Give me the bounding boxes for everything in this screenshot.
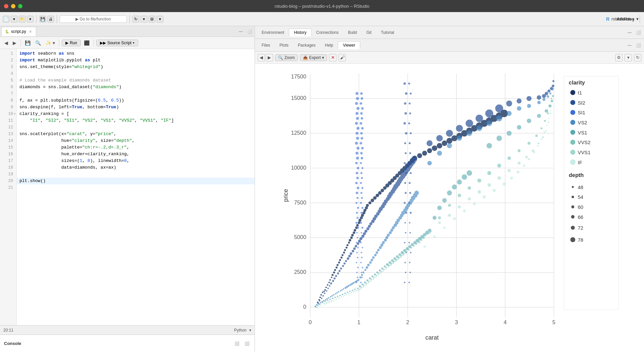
ln-2: 2 — [0, 57, 16, 64]
maximize-button[interactable] — [18, 4, 22, 8]
tab-history[interactable]: History — [289, 28, 311, 37]
goto-file-function[interactable]: ▶ Go to file/function — [60, 15, 127, 23]
run-button[interactable]: ▶ Run — [62, 40, 81, 46]
svg-point-171 — [466, 120, 473, 127]
svg-point-541 — [395, 260, 397, 262]
svg-point-212 — [357, 147, 360, 150]
svg-point-471 — [368, 281, 370, 282]
tab-close-button[interactable]: ✕ — [28, 30, 33, 34]
svg-point-558 — [537, 142, 539, 144]
export-button[interactable]: 📤 Export ▾ — [300, 54, 327, 61]
collapse-top-pane-button[interactable]: — — [626, 29, 633, 36]
source-icon: ▶▶ — [100, 41, 106, 45]
svg-point-522 — [348, 294, 349, 295]
zoom-button[interactable]: 🔍 Zoom — [275, 54, 298, 61]
expand-bottom-pane-button[interactable]: ⬜ — [635, 42, 642, 49]
script-tab[interactable]: 🐍 script.py ✕ — [1, 27, 36, 36]
svg-point-441 — [507, 131, 512, 136]
source-script-button[interactable]: ▶▶ Source Script ▾ — [96, 40, 138, 46]
svg-point-291 — [410, 212, 412, 214]
svg-point-46 — [336, 264, 338, 266]
svg-point-393 — [337, 296, 338, 297]
svg-point-442 — [517, 125, 521, 129]
svg-point-120 — [337, 273, 339, 275]
svg-point-475 — [378, 273, 379, 274]
svg-point-342 — [376, 251, 378, 254]
collapse-bottom-pane-button[interactable]: — — [626, 42, 633, 49]
magic-wand-button[interactable]: ✨ ▾ — [44, 40, 57, 46]
svg-point-601 — [570, 140, 575, 145]
new-file-dropdown[interactable]: ▾ — [11, 16, 17, 22]
collapse-console-button[interactable]: ⬜ — [233, 340, 240, 347]
forward-button[interactable]: ▶ — [11, 40, 18, 46]
svg-point-411 — [381, 268, 383, 270]
refresh-dropdown[interactable]: ▾ — [141, 16, 147, 22]
svg-point-432 — [437, 206, 442, 210]
svg-point-198 — [357, 217, 359, 219]
tab-tutorial[interactable]: Tutorial — [376, 29, 399, 36]
viewer-config-button[interactable]: ⚙ — [615, 54, 623, 61]
tab-help[interactable]: Help — [320, 42, 338, 49]
viewer-forward-button[interactable]: ▶ — [266, 54, 273, 61]
svg-point-313 — [328, 297, 329, 298]
svg-point-205 — [355, 182, 358, 184]
collapse-editor-button[interactable]: — — [237, 28, 245, 35]
expand-editor-button[interactable]: ⬜ — [246, 28, 253, 35]
svg-point-203 — [356, 192, 358, 194]
tab-connections[interactable]: Connections — [312, 29, 343, 36]
print-button[interactable]: 🖨 — [47, 16, 54, 22]
open-file-button[interactable]: 📁 — [19, 16, 25, 22]
svg-point-175 — [506, 101, 512, 107]
svg-point-123 — [342, 265, 344, 267]
svg-point-304 — [408, 82, 410, 84]
refresh-button[interactable]: ↻ — [132, 16, 139, 22]
svg-text:depth: depth — [569, 172, 584, 178]
close-button[interactable] — [4, 4, 8, 8]
svg-point-34 — [322, 292, 323, 293]
code-editor[interactable]: 1 2 3 4 5 6 7 8 9 10▾ 11 12 13 14 15 16 … — [0, 49, 255, 325]
svg-point-499 — [487, 171, 491, 175]
tab-build[interactable]: Build — [343, 29, 362, 36]
expand-console-button[interactable]: ⬜ — [243, 340, 251, 347]
run-extra-button[interactable]: ⬛ — [82, 40, 91, 46]
find-button[interactable]: 🔍 — [34, 40, 43, 46]
svg-point-55 — [348, 242, 350, 244]
save-button[interactable]: 💾 — [39, 16, 46, 22]
viewer-dropdown-button[interactable]: ▾ — [625, 54, 632, 61]
tab-environment[interactable]: Environment — [257, 29, 289, 36]
svg-text:5000: 5000 — [294, 234, 306, 240]
tab-plots[interactable]: Plots — [275, 42, 293, 49]
goto-arrow-icon: ▶ — [75, 17, 78, 21]
back-button[interactable]: ◀ — [3, 40, 10, 46]
open-file-dropdown[interactable]: ▾ — [27, 16, 34, 22]
save-script-button[interactable]: 💾 — [23, 40, 32, 46]
svg-point-564 — [317, 307, 318, 308]
viewer-back-button[interactable]: ◀ — [258, 54, 265, 61]
minimize-button[interactable] — [11, 4, 15, 8]
svg-point-443 — [527, 119, 531, 123]
svg-point-440 — [496, 135, 502, 141]
svg-point-128 — [350, 252, 352, 255]
svg-text:4: 4 — [504, 319, 507, 325]
viewer-refresh-button[interactable]: ↻ — [634, 54, 641, 61]
svg-point-229 — [361, 257, 363, 258]
tab-viewer[interactable]: Viewer — [338, 41, 360, 49]
svg-text:1: 1 — [358, 319, 361, 325]
brush-button[interactable]: 🖌 — [338, 54, 346, 61]
grid-dropdown[interactable]: ▾ — [157, 16, 163, 22]
new-file-button[interactable]: 📄 — [3, 16, 9, 22]
expand-top-pane-button[interactable]: ⬜ — [635, 29, 642, 36]
svg-point-538 — [387, 266, 389, 268]
svg-point-490 — [415, 242, 417, 245]
svg-point-74 — [376, 194, 379, 197]
svg-point-48 — [339, 259, 341, 261]
tab-git[interactable]: Git — [362, 29, 376, 36]
svg-point-180 — [545, 92, 548, 95]
tab-files[interactable]: Files — [257, 42, 275, 49]
svg-point-583 — [537, 145, 539, 146]
tab-packages[interactable]: Packages — [293, 42, 320, 49]
grid-button[interactable]: ⊞ — [149, 16, 155, 22]
cursor-position: 20:11 — [3, 328, 13, 333]
remove-plot-button[interactable]: ✕ — [329, 54, 336, 61]
svg-point-436 — [457, 179, 462, 184]
